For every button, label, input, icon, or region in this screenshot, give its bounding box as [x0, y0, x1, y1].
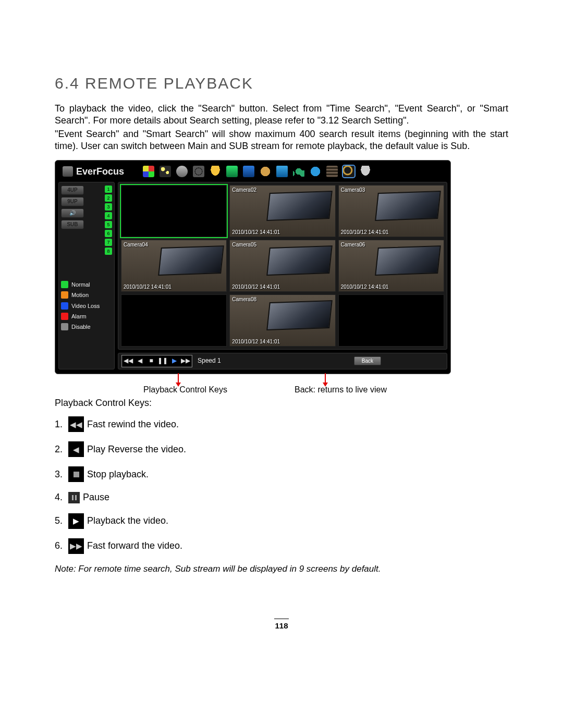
camera-cell-5[interactable]: Camera052010/10/12 14:41:01: [229, 240, 335, 292]
legend-disable: Disable: [61, 323, 112, 330]
play-icon: ▶: [68, 513, 84, 529]
camera-num-1[interactable]: 1: [105, 186, 112, 193]
sound-button[interactable]: 🔊: [61, 208, 84, 218]
camera-num-6[interactable]: 6: [105, 230, 112, 237]
camera-cell-3[interactable]: Camera032010/10/12 14:41:01: [338, 185, 444, 237]
brand-text: EverFocus: [76, 166, 124, 178]
legend-alarm: Alarm: [61, 313, 112, 320]
wand-icon[interactable]: [160, 166, 171, 177]
camera-num-4[interactable]: 4: [105, 212, 112, 219]
view-4up-button[interactable]: 4UP: [61, 186, 84, 195]
camera-num-7[interactable]: 7: [105, 239, 112, 246]
legend-videoloss: Video Loss: [61, 302, 112, 310]
camera-grid: Camera022010/10/12 14:41:01 Camera032010…: [118, 182, 447, 350]
fast-forward-button[interactable]: ▶▶: [180, 356, 191, 366]
camera-cell-4[interactable]: Camera042010/10/12 14:41:01: [121, 240, 227, 292]
toolbar: [143, 166, 371, 177]
camera-number-list: 1 2 3 4 5 6 7 8: [105, 186, 112, 255]
key-desc-5: Playback the video.: [87, 515, 168, 527]
schedule-icon[interactable]: [226, 166, 238, 177]
pause-button[interactable]: ❚❚: [157, 356, 168, 366]
key-desc-4: Pause: [83, 491, 109, 503]
note: Note: For remote time search, Sub stream…: [55, 563, 508, 575]
keys-intro: Playback Control Keys:: [55, 397, 508, 409]
key-row-2: 2. ◀ Play Reverse the video.: [55, 441, 508, 457]
key-desc-3: Stop playback.: [87, 468, 149, 480]
camera-cell-1[interactable]: [121, 185, 227, 237]
playback-control-group: ◀◀ ◀ ■ ❚❚ ▶ ▶▶: [121, 355, 192, 367]
fast-rewind-icon: ◀◀: [68, 416, 84, 432]
key-row-6: 6. ▶▶ Fast forward the video.: [55, 538, 508, 554]
bell-icon[interactable]: [210, 166, 221, 177]
key-desc-1: Fast rewind the video.: [87, 418, 179, 430]
sidebar: 4UP 9UP 🔊 SUB 1 2 3 4 5 6 7 8 Normal: [58, 182, 115, 369]
key-row-5: 5. ▶ Playback the video.: [55, 513, 508, 529]
stream-sub-button[interactable]: SUB: [61, 220, 84, 229]
camera-cell-8[interactable]: Camera082010/10/12 14:41:01: [229, 294, 335, 347]
section-para-2: "Event Search" and "Smart Search" will s…: [55, 128, 508, 153]
app-header: EverFocus: [58, 164, 447, 182]
quad-view-icon[interactable]: [143, 166, 154, 177]
key-desc-6: Fast forward the video.: [87, 540, 182, 552]
arrow-back: [325, 373, 326, 384]
globe-icon[interactable]: [260, 166, 271, 177]
dome-camera-icon[interactable]: [360, 166, 371, 177]
camera-cell-9[interactable]: [338, 294, 444, 347]
main-panel: Camera022010/10/12 14:41:01 Camera032010…: [118, 182, 447, 369]
playback-bar: ◀◀ ◀ ■ ❚❚ ▶ ▶▶ Speed 1 Back: [118, 353, 447, 369]
settings-icon[interactable]: [293, 166, 304, 177]
legend-normal: Normal: [61, 281, 112, 288]
camera-icon[interactable]: [176, 166, 188, 177]
camera-cell-7[interactable]: [121, 294, 227, 347]
callout-back: Back: returns to live view: [295, 385, 387, 396]
app-body: 4UP 9UP 🔊 SUB 1 2 3 4 5 6 7 8 Normal: [58, 182, 447, 369]
search-icon[interactable]: [343, 166, 354, 177]
display-icon[interactable]: [276, 166, 288, 177]
section-heading: 6.4 REMOTE PLAYBACK: [55, 73, 508, 93]
page-number: 118: [275, 621, 288, 630]
status-legend: Normal Motion Video Loss Alarm Disable: [61, 281, 112, 330]
play-reverse-button[interactable]: ◀: [134, 356, 145, 366]
camera-num-2[interactable]: 2: [105, 194, 112, 202]
key-row-4: 4. Pause: [55, 491, 508, 503]
page-footer: 118: [55, 619, 508, 631]
stop-icon: [68, 466, 84, 482]
view-buttons: 4UP 9UP 🔊 SUB: [61, 186, 84, 249]
camera-num-5[interactable]: 5: [105, 221, 112, 228]
info-icon[interactable]: [310, 166, 321, 177]
callout-playback-keys: Playback Control Keys: [143, 385, 227, 396]
camera-num-8[interactable]: 8: [105, 248, 112, 255]
network-icon[interactable]: [243, 166, 254, 177]
camera-num-3[interactable]: 3: [105, 203, 112, 211]
arrow-playback-keys: [178, 373, 179, 384]
play-button[interactable]: ▶: [168, 356, 180, 366]
record-icon[interactable]: [193, 166, 204, 177]
legend-motion: Motion: [61, 291, 112, 299]
callouts: Playback Control Keys Back: returns to l…: [55, 373, 451, 392]
play-reverse-icon: ◀: [68, 441, 84, 457]
fast-rewind-button[interactable]: ◀◀: [123, 356, 134, 366]
film-icon[interactable]: [326, 166, 338, 177]
pause-icon: [68, 492, 80, 503]
section-para-1: To playback the video, click the "Search…: [55, 103, 508, 127]
fast-forward-icon: ▶▶: [68, 538, 84, 554]
camera-cell-6[interactable]: Camera062010/10/12 14:41:01: [338, 240, 444, 292]
key-desc-2: Play Reverse the video.: [87, 443, 186, 455]
brand: EverFocus: [63, 166, 124, 178]
brand-logo-icon: [63, 166, 73, 177]
key-row-1: 1. ◀◀ Fast rewind the video.: [55, 416, 508, 432]
key-list: 1. ◀◀ Fast rewind the video. 2. ◀ Play R…: [55, 416, 508, 553]
key-row-3: 3. Stop playback.: [55, 466, 508, 482]
back-button[interactable]: Back: [354, 356, 381, 365]
stop-button[interactable]: ■: [145, 356, 157, 366]
speed-label: Speed 1: [198, 357, 221, 365]
camera-cell-2[interactable]: Camera022010/10/12 14:41:01: [229, 185, 335, 237]
app-screenshot: EverFocus 4UP 9UP 🔊: [55, 160, 451, 374]
view-9up-button[interactable]: 9UP: [61, 197, 84, 206]
